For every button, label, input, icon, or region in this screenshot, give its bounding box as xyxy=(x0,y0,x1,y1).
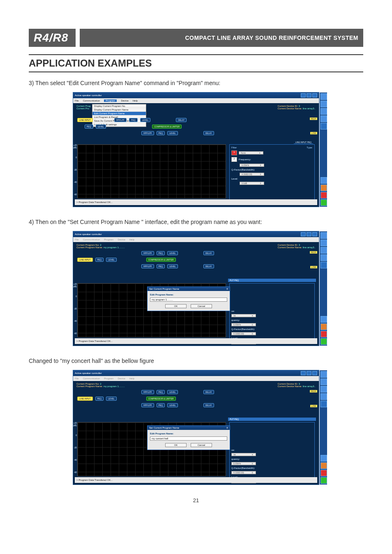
palette-btn-7[interactable] xyxy=(321,323,327,330)
freq-field[interactable]: 6.00kHz⇕ xyxy=(231,323,256,326)
hpflpf-block-2[interactable]: HPF/LPF xyxy=(141,131,154,135)
close-icon[interactable] xyxy=(312,232,317,236)
level-field[interactable]: 0.0dB⇕ xyxy=(240,182,264,185)
close-icon[interactable] xyxy=(312,371,317,375)
level-block-2[interactable]: LEVEL xyxy=(167,264,178,268)
peq-block-2[interactable]: PEQ xyxy=(157,403,165,407)
palette-btn-4[interactable] xyxy=(321,115,327,122)
input-level-block[interactable]: LEVEL xyxy=(106,397,117,401)
palette-btn-6[interactable] xyxy=(321,316,327,323)
freq-field[interactable]: 6.00kHz⇕ xyxy=(231,462,256,465)
page-header: R4/R8 COMPACT LINE ARRAY SOUND REINFORCE… xyxy=(29,29,363,47)
palette-btn-5[interactable] xyxy=(321,401,327,407)
dd-display-name[interactable]: Display Current Program Name xyxy=(92,108,146,112)
program-name-input[interactable] xyxy=(150,436,227,441)
input-peq-block[interactable]: PEQ xyxy=(95,397,104,401)
delay-block-2[interactable]: DELAY xyxy=(203,403,214,407)
minimize-icon[interactable] xyxy=(301,371,306,375)
palette-btn-3[interactable] xyxy=(321,247,327,254)
palette-btn-8[interactable] xyxy=(321,470,327,476)
menu-program[interactable]: Program xyxy=(104,99,117,102)
palette-btn-2[interactable] xyxy=(321,379,327,385)
palette-btn-9[interactable] xyxy=(321,199,327,206)
cancel-button[interactable]: Cancel xyxy=(191,304,212,308)
type-select[interactable]: ne▾ xyxy=(231,453,256,456)
delay-block[interactable]: DELAY xyxy=(176,118,187,122)
q-field[interactable]: 4.318(0.33)⇕ xyxy=(240,173,264,176)
menu-file[interactable]: File xyxy=(75,99,79,102)
hpflpf-block[interactable]: HPF/LPF xyxy=(114,118,127,122)
hpflpf-block-2[interactable]: HPF/LPF xyxy=(141,403,154,407)
palette-btn-4[interactable] xyxy=(321,254,327,261)
palette-btn-6[interactable] xyxy=(321,455,327,462)
maximize-icon[interactable] xyxy=(307,371,311,375)
peq-block[interactable]: PEQ xyxy=(157,390,165,394)
input-peq-block[interactable]: PEQ xyxy=(95,258,104,262)
palette-btn-8[interactable] xyxy=(321,192,327,199)
peq-block[interactable]: PEQ xyxy=(129,118,138,122)
filter-num-1[interactable]: 1 xyxy=(231,150,237,155)
ok-button[interactable]: OK xyxy=(165,304,187,308)
header-model: R4/R8 xyxy=(29,29,76,47)
level-block-2[interactable]: LEVEL xyxy=(167,131,178,135)
level-block[interactable]: LEVEL xyxy=(167,251,178,255)
palette-btn-7[interactable] xyxy=(321,462,327,469)
menu-device[interactable]: Device xyxy=(121,99,128,102)
palette-btn-3[interactable] xyxy=(321,108,327,115)
delay-block[interactable]: DELAY xyxy=(203,390,214,394)
level-block[interactable]: LEVEL xyxy=(140,118,151,122)
dd-display-no[interactable]: Display Current Program No. xyxy=(92,104,146,108)
q-field[interactable]: 4.318(0.33)⇕ xyxy=(231,471,256,474)
delay-block-2[interactable]: DELAY xyxy=(203,131,214,135)
dialog-close-icon[interactable]: X xyxy=(226,288,228,290)
type-select[interactable]: ne▾ xyxy=(231,314,256,317)
palette-btn-5[interactable] xyxy=(321,123,327,129)
input-peq-block[interactable]: PEQ xyxy=(85,125,93,129)
palette-btn-2[interactable] xyxy=(321,101,327,107)
palette-btn-9[interactable] xyxy=(321,338,327,345)
filter-num-2[interactable]: 2 xyxy=(231,157,237,162)
menu-help[interactable]: Help xyxy=(133,99,138,102)
maximize-icon[interactable] xyxy=(307,232,311,236)
palette-btn-5[interactable] xyxy=(321,262,327,268)
palette-btn-6[interactable] xyxy=(321,177,327,184)
comp-block[interactable]: COMPRESSOR & LIMITER xyxy=(152,125,182,129)
palette-btn-1[interactable] xyxy=(321,371,327,378)
palette-btn-1[interactable] xyxy=(321,232,327,239)
level-block-2[interactable]: LEVEL xyxy=(167,403,178,407)
menu-communication[interactable]: Communication xyxy=(83,99,100,102)
peq-block-2[interactable]: PEQ xyxy=(157,264,165,268)
hpflpf-block-2[interactable]: HPF/LPF xyxy=(141,264,154,268)
cancel-button[interactable]: Cancel xyxy=(191,443,212,447)
ok-button[interactable]: OK xyxy=(165,443,187,447)
comp-block[interactable]: COMPRESSOR & LIMITER xyxy=(146,397,176,401)
maximize-icon[interactable] xyxy=(307,93,311,97)
close-icon[interactable] xyxy=(312,93,317,97)
program-name-input[interactable] xyxy=(150,298,227,302)
peq-block[interactable]: PEQ xyxy=(157,251,165,255)
delay-block-2[interactable]: DELAY xyxy=(203,264,214,268)
minimize-icon[interactable] xyxy=(301,232,306,236)
input-level-block[interactable]: LEVEL xyxy=(96,125,106,129)
hpflpf-block[interactable]: HPF/LPF xyxy=(141,390,154,394)
palette-btn-8[interactable] xyxy=(321,331,327,337)
palette-btn-7[interactable] xyxy=(321,185,327,191)
palette-btn-4[interactable] xyxy=(321,393,327,400)
input-level-block[interactable]: LEVEL xyxy=(106,258,117,262)
palette-btn-3[interactable] xyxy=(321,386,327,392)
palette-btn-1[interactable] xyxy=(321,93,327,100)
hpflpf-block[interactable]: HPF/LPF xyxy=(141,251,154,255)
comp-block[interactable]: COMPRESSOR & LIMITER xyxy=(146,258,176,262)
dialog-close-icon[interactable]: X xyxy=(226,427,228,429)
minimize-icon[interactable] xyxy=(301,93,306,97)
dd-edit-name[interactable]: Edit Current Program Name xyxy=(92,112,146,115)
palette-btn-9[interactable] xyxy=(321,477,327,484)
freq-field[interactable]: 6.00kHz⇕ xyxy=(240,164,264,167)
peq-block-2[interactable]: PEQ xyxy=(157,131,165,135)
q-field[interactable]: 4.318(0.33)⇕ xyxy=(231,332,256,335)
level-block[interactable]: LEVEL xyxy=(167,390,178,394)
filter-panel: PUT PEQ ue: ne▾ quency: 6.00kHz⇕ Q-Facto… xyxy=(229,422,315,480)
type-select[interactable]: None▾ xyxy=(239,151,263,155)
palette-btn-2[interactable] xyxy=(321,240,327,246)
delay-block[interactable]: DELAY xyxy=(203,251,214,255)
